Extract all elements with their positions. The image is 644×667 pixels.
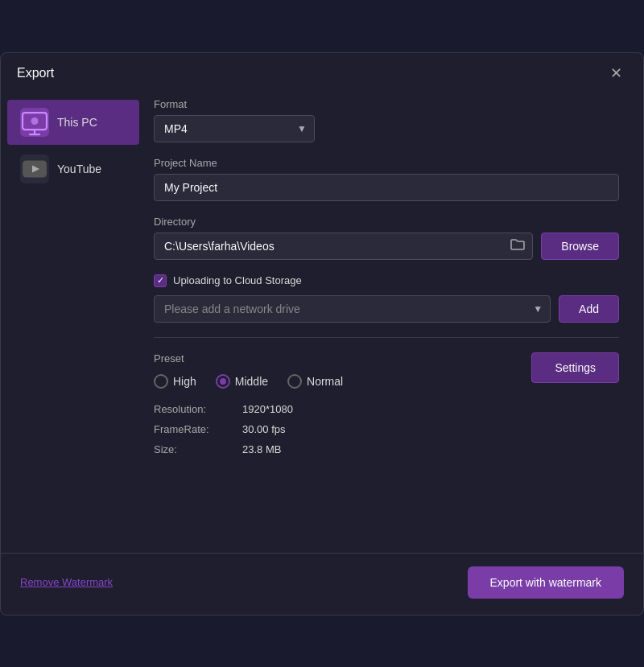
title-bar: Export ✕ — [1, 53, 643, 90]
cloud-storage-group: ✓ Uploading to Cloud Storage Please add … — [154, 274, 619, 323]
resolution-key: Resolution: — [154, 403, 242, 415]
cloud-checkbox-row: ✓ Uploading to Cloud Storage — [154, 274, 619, 287]
radio-outer-middle — [216, 374, 230, 389]
preset-right: Settings — [531, 352, 619, 383]
radio-item-normal[interactable]: Normal — [287, 374, 343, 389]
pc-icon — [20, 108, 49, 137]
radio-label-middle: Middle — [235, 375, 268, 388]
size-key: Size: — [154, 443, 242, 455]
add-drive-button[interactable]: Add — [559, 295, 619, 323]
directory-row: Browse — [154, 233, 619, 260]
radio-inner-middle — [220, 378, 226, 385]
radio-outer-normal — [287, 374, 302, 389]
sidebar-item-youtube[interactable]: YouTube — [7, 146, 139, 191]
radio-label-high: High — [173, 375, 196, 388]
resolution-value: 1920*1080 — [242, 403, 515, 415]
preset-label: Preset — [154, 352, 515, 364]
framerate-value: 30.00 fps — [242, 423, 515, 435]
checkbox-check-icon: ✓ — [157, 276, 164, 285]
project-name-input[interactable] — [154, 174, 619, 201]
directory-group: Directory Browse — [154, 216, 619, 260]
radio-item-middle[interactable]: Middle — [216, 374, 268, 389]
settings-button[interactable]: Settings — [531, 352, 619, 383]
preset-section: Preset High Middle — [154, 352, 619, 455]
radio-item-high[interactable]: High — [154, 374, 196, 389]
export-button[interactable]: Export with watermark — [468, 566, 624, 599]
export-dialog: Export ✕ This PC — [0, 52, 644, 616]
sidebar-item-this-pc-label: This PC — [57, 116, 97, 129]
dialog-title: Export — [17, 66, 54, 80]
dialog-body: This PC YouTube Format MP4 — [1, 90, 643, 553]
format-group: Format MP4 AVI MOV MKV ▼ — [154, 98, 619, 142]
sidebar-item-youtube-label: YouTube — [57, 163, 101, 175]
preset-radio-group: High Middle Normal — [154, 374, 515, 389]
browse-button[interactable]: Browse — [541, 233, 619, 260]
cloud-row: Please add a network drive ▼ Add — [154, 295, 619, 323]
remove-watermark-button[interactable]: Remove Watermark — [20, 576, 113, 588]
footer: Remove Watermark Export with watermark — [1, 553, 643, 615]
format-label: Format — [154, 98, 619, 110]
svg-point-1 — [31, 117, 39, 125]
cloud-select-wrapper: Please add a network drive ▼ — [154, 295, 551, 323]
directory-input[interactable] — [154, 233, 533, 260]
radio-outer-high — [154, 374, 168, 389]
size-value: 23.8 MB — [242, 443, 515, 455]
cloud-drive-select[interactable]: Please add a network drive — [154, 295, 551, 323]
youtube-icon — [20, 154, 49, 183]
format-select-wrapper: MP4 AVI MOV MKV ▼ — [154, 115, 315, 142]
sidebar: This PC YouTube — [1, 90, 146, 553]
preset-left: Preset High Middle — [154, 352, 515, 455]
format-select[interactable]: MP4 AVI MOV MKV — [154, 115, 315, 142]
sidebar-item-this-pc[interactable]: This PC — [7, 100, 139, 145]
project-name-label: Project Name — [154, 157, 619, 169]
project-name-group: Project Name — [154, 157, 619, 201]
cloud-checkbox-label: Uploading to Cloud Storage — [173, 274, 302, 286]
close-button[interactable]: ✕ — [605, 64, 627, 82]
main-content: Format MP4 AVI MOV MKV ▼ Project Name — [146, 90, 643, 553]
cloud-checkbox[interactable]: ✓ — [154, 274, 167, 287]
divider — [154, 337, 619, 338]
framerate-key: FrameRate: — [154, 423, 242, 435]
directory-input-wrapper — [154, 233, 533, 260]
preset-info-grid: Resolution: 1920*1080 FrameRate: 30.00 f… — [154, 403, 515, 455]
directory-label: Directory — [154, 216, 619, 228]
radio-label-normal: Normal — [307, 375, 343, 388]
